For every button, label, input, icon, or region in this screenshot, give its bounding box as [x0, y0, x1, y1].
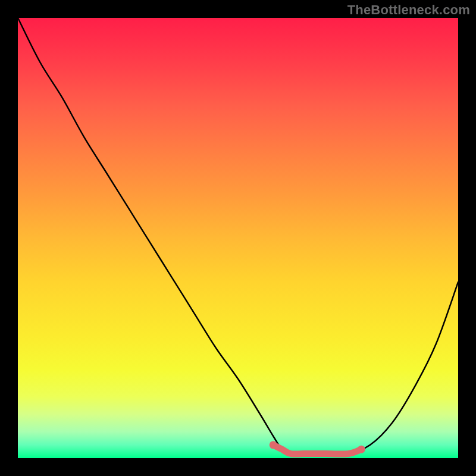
highlight-start-dot — [270, 441, 277, 449]
bottleneck-curve — [18, 18, 458, 455]
watermark-text: TheBottleneck.com — [347, 2, 470, 18]
highlight-segment — [273, 445, 361, 454]
chart-frame: TheBottleneck.com — [0, 0, 476, 476]
highlight-end-dot — [358, 446, 365, 453]
plot-area — [18, 18, 458, 458]
curve-svg — [18, 18, 458, 458]
